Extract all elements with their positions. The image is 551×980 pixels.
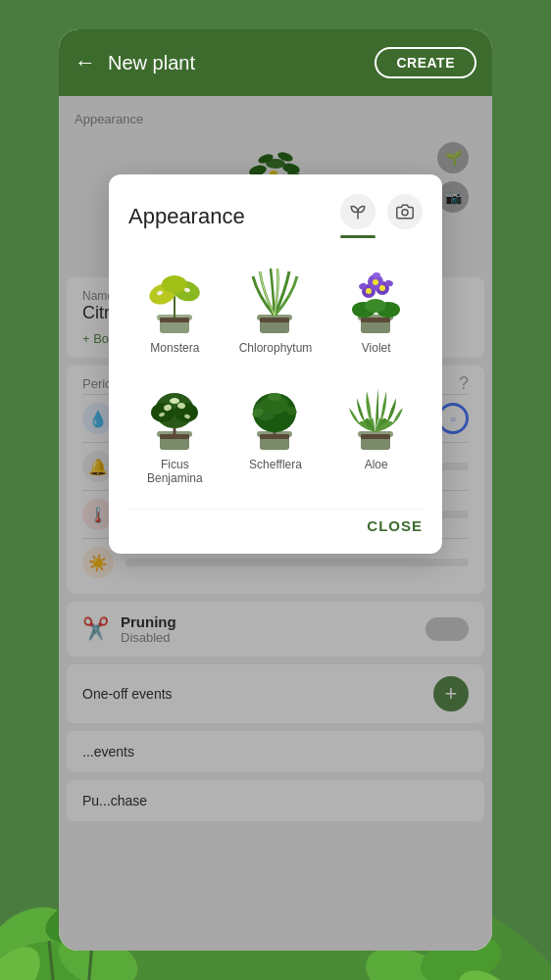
- modal-camera-icon[interactable]: [387, 194, 423, 229]
- plant-name-schefflera: Schefflera: [249, 458, 302, 471]
- svg-point-79: [268, 393, 281, 401]
- svg-point-66: [170, 398, 179, 404]
- plant-name-chlorophytum: Chlorophytum: [239, 341, 313, 355]
- modal-header: Appearance: [128, 194, 423, 238]
- svg-point-36: [162, 275, 187, 293]
- top-bar-left: ← New plant: [75, 50, 195, 75]
- app-container: ← New plant CREATE Appearance: [59, 29, 492, 951]
- svg-rect-59: [160, 434, 189, 439]
- svg-point-29: [402, 210, 408, 216]
- top-bar: ← New plant CREATE: [59, 29, 492, 96]
- svg-point-51: [366, 288, 372, 294]
- plant-grid: Monstera: [128, 254, 423, 493]
- svg-point-55: [373, 272, 380, 278]
- plant-item-ficus[interactable]: Ficus Benjamina: [128, 370, 222, 493]
- plant-name-monstera: Monstera: [150, 341, 199, 355]
- plant-item-schefflera[interactable]: Schefflera: [229, 370, 323, 493]
- plant-item-chlorophytum[interactable]: Chlorophytum: [229, 254, 323, 363]
- svg-rect-32: [160, 318, 189, 322]
- modal-plant-underline: [340, 235, 376, 238]
- plant-name-violet: Violet: [362, 341, 391, 355]
- plant-item-monstera[interactable]: Monstera: [128, 254, 222, 363]
- svg-rect-71: [260, 434, 289, 439]
- svg-point-53: [373, 279, 378, 285]
- plant-item-aloe[interactable]: Aloe: [329, 370, 423, 493]
- svg-rect-82: [361, 434, 390, 439]
- svg-rect-44: [361, 318, 390, 322]
- modal-footer: CLOSE: [128, 509, 423, 534]
- back-button[interactable]: ←: [75, 50, 96, 75]
- page-title: New plant: [108, 52, 195, 74]
- content-area: Appearance: [59, 96, 492, 951]
- svg-rect-41: [260, 318, 289, 322]
- modal-title: Appearance: [128, 204, 245, 229]
- plant-item-violet[interactable]: Violet: [329, 254, 423, 363]
- modal-icon-row: [340, 194, 423, 229]
- svg-point-52: [379, 285, 385, 291]
- modal-overlay: Appearance: [59, 96, 492, 951]
- close-button[interactable]: CLOSE: [367, 517, 423, 534]
- create-button[interactable]: CREATE: [375, 47, 476, 78]
- plant-name-aloe: Aloe: [365, 458, 388, 471]
- plant-name-ficus: Ficus Benjamina: [132, 458, 218, 485]
- appearance-modal: Appearance: [109, 174, 442, 554]
- svg-point-47: [365, 299, 386, 313]
- modal-camera-underline: [387, 233, 423, 236]
- modal-plant-icon[interactable]: [340, 194, 376, 229]
